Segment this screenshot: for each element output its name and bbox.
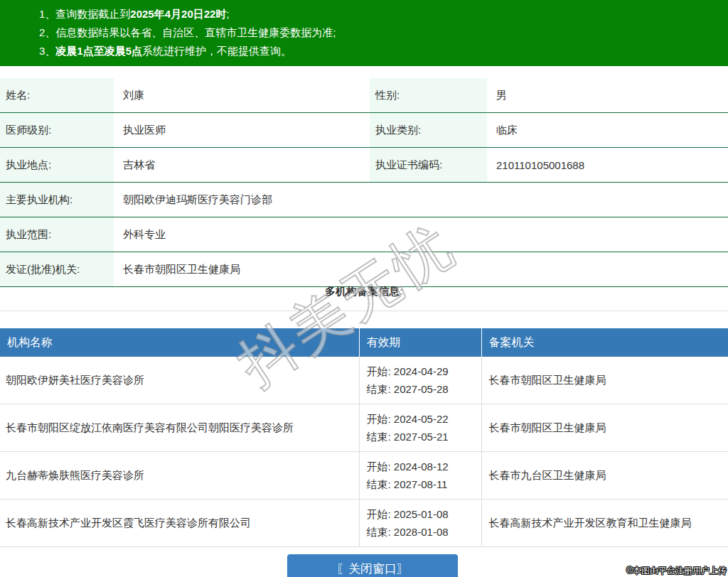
validity-period: 开始: 2024-08-12 结束: 2027-08-11 [359, 452, 481, 500]
org-name: 长春高新技术产业开发区霞飞医疗美容诊所有限公司 [0, 500, 359, 547]
validity-end: 结束: 2028-01-08 [367, 523, 481, 541]
practice-location-value: 吉林省 [114, 148, 370, 183]
multi-institution-section-title: 多机构备案信息: [0, 285, 728, 298]
close-window-button[interactable]: 〖关闭窗口〗 [287, 554, 458, 577]
notice-text: 查询数据截止到 [55, 8, 130, 20]
doctor-level-value: 执业医师 [114, 113, 370, 148]
notice-text: ; [226, 8, 229, 20]
notice-bold-text: 2025年4月20日22时 [130, 8, 226, 20]
notice-number: 2、 [39, 26, 55, 38]
gender-label: 性别: [370, 78, 487, 113]
notice-bold-text: 凌晨1点至凌晨5点 [55, 45, 142, 57]
registration-table: 机构名称 有效期 备案机关 朝阳欧伊妍美社医疗美容诊所 开始: 2024-04-… [0, 328, 728, 547]
certificate-number-label: 执业证书编码: [370, 148, 487, 183]
validity-start: 开始: 2024-04-29 [367, 362, 481, 380]
section-divider [0, 311, 728, 311]
notice-number: 3、 [39, 45, 55, 57]
table-row: 执业范围: 外科专业 [0, 217, 728, 252]
table-row: 长春市朝阳区绽放江依南医疗美容有限公司朝阳医疗美容诊所 开始: 2024-05-… [0, 404, 728, 452]
validity-end: 结束: 2027-05-28 [367, 380, 481, 398]
issuing-authority-value: 长春市朝阳区卫生健康局 [114, 252, 728, 287]
table-row: 长春高新技术产业开发区霞飞医疗美容诊所有限公司 开始: 2025-01-08 结… [0, 500, 728, 547]
table-row: 发证(批准)机关: 长春市朝阳区卫生健康局 [0, 252, 728, 287]
validity-start: 开始: 2024-05-22 [367, 410, 481, 428]
practice-scope-value: 外科专业 [114, 217, 728, 252]
name-label: 姓名: [0, 78, 114, 113]
issuing-authority-label: 发证(批准)机关: [0, 252, 114, 287]
table-row: 九台赫蒂焕肤熊医疗美容诊所 开始: 2024-08-12 结束: 2027-08… [0, 452, 728, 500]
name-value: 刘康 [114, 78, 370, 113]
uploader-stamp: ©本图由平台注册用户上传 [626, 565, 727, 577]
notice-line-1: 1、查询数据截止到2025年4月20日22时; [39, 5, 721, 23]
notice-line-2: 2、信息数据结果以各省、自治区、直辖市卫生健康委数据为准; [39, 23, 721, 42]
notice-number: 1、 [39, 8, 55, 20]
doctor-level-label: 医师级别: [0, 113, 114, 148]
column-header-validity: 有效期 [359, 328, 481, 357]
validity-period: 开始: 2024-05-22 结束: 2027-05-21 [359, 404, 481, 452]
practice-scope-label: 执业范围: [0, 217, 114, 252]
validity-end: 结束: 2027-05-21 [367, 428, 481, 446]
record-authority: 长春市朝阳区卫生健康局 [481, 357, 728, 404]
practice-category-label: 执业类别: [370, 113, 487, 148]
table-row: 执业地点: 吉林省 执业证书编码: 210110105001688 [0, 148, 728, 183]
validity-start: 开始: 2025-01-08 [367, 505, 481, 523]
validity-period: 开始: 2025-01-08 结束: 2028-01-08 [359, 500, 481, 547]
table-header-row: 机构名称 有效期 备案机关 [0, 328, 728, 357]
notice-text: 信息数据结果以各省、自治区、直辖市卫生健康委数据为准; [55, 26, 336, 38]
column-header-authority: 备案机关 [481, 328, 728, 357]
certificate-number-value: 210110105001688 [487, 148, 728, 183]
validity-period: 开始: 2024-04-29 结束: 2027-05-28 [359, 357, 481, 404]
notice-line-3: 3、凌晨1点至凌晨5点系统进行维护，不能提供查询。 [39, 42, 721, 60]
table-row: 医师级别: 执业医师 执业类别: 临床 [0, 113, 728, 148]
notice-text: 系统进行维护，不能提供查询。 [142, 45, 291, 57]
column-header-org: 机构名称 [0, 328, 359, 357]
record-authority: 长春市朝阳区卫生健康局 [481, 404, 728, 452]
main-institution-label: 主要执业机构: [0, 183, 114, 217]
main-institution-value: 朝阳欧伊迪玛斯医疗美容门诊部 [114, 183, 728, 217]
gender-value: 男 [487, 78, 728, 113]
practice-category-value: 临床 [487, 113, 728, 148]
org-name: 朝阳欧伊妍美社医疗美容诊所 [0, 357, 359, 404]
practice-location-label: 执业地点: [0, 148, 114, 183]
table-row: 姓名: 刘康 性别: 男 [0, 78, 728, 113]
practitioner-info-table: 姓名: 刘康 性别: 男 医师级别: 执业医师 执业类别: 临床 执业地点: 吉… [0, 78, 728, 287]
table-row: 朝阳欧伊妍美社医疗美容诊所 开始: 2024-04-29 结束: 2027-05… [0, 357, 728, 404]
record-authority: 长春市九台区卫生健康局 [481, 452, 728, 500]
validity-end: 结束: 2027-08-11 [367, 475, 481, 493]
validity-start: 开始: 2024-08-12 [367, 458, 481, 475]
notice-banner: 1、查询数据截止到2025年4月20日22时; 2、信息数据结果以各省、自治区、… [0, 0, 728, 66]
record-authority: 长春高新技术产业开发区教育和卫生健康局 [481, 500, 728, 547]
org-name: 长春市朝阳区绽放江依南医疗美容有限公司朝阳医疗美容诊所 [0, 404, 359, 452]
org-name: 九台赫蒂焕肤熊医疗美容诊所 [0, 452, 359, 500]
table-row: 主要执业机构: 朝阳欧伊迪玛斯医疗美容门诊部 [0, 183, 728, 217]
